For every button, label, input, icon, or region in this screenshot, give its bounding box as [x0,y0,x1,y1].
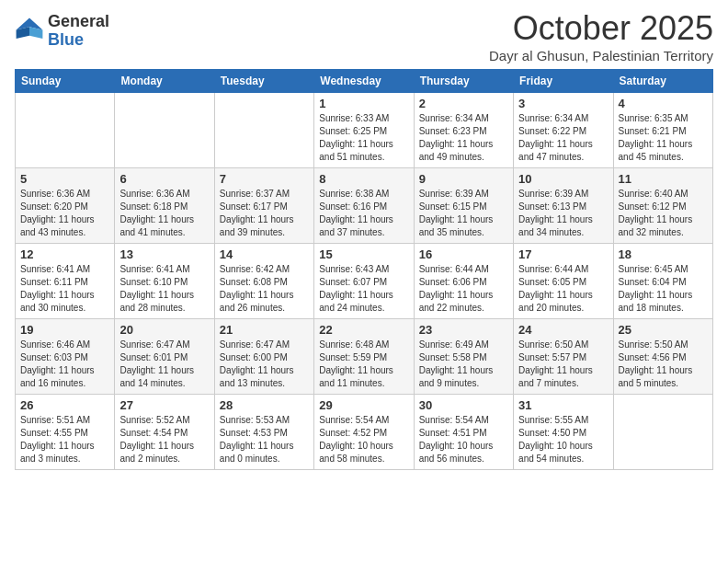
calendar-cell: 21Sunrise: 6:47 AM Sunset: 6:00 PM Dayli… [214,319,313,395]
day-info: Sunrise: 6:33 AM Sunset: 6:25 PM Dayligh… [319,112,408,164]
day-info: Sunrise: 6:49 AM Sunset: 5:58 PM Dayligh… [419,339,508,390]
day-number: 10 [518,172,608,186]
weekday-header-thursday: Thursday [414,70,513,93]
day-info: Sunrise: 6:41 AM Sunset: 6:11 PM Dayligh… [20,263,109,315]
day-number: 5 [20,172,109,186]
day-number: 24 [518,323,608,337]
day-number: 16 [419,247,508,261]
calendar-cell: 4Sunrise: 6:35 AM Sunset: 6:21 PM Daylig… [613,93,712,168]
calendar-week-1: 1Sunrise: 6:33 AM Sunset: 6:25 PM Daylig… [16,93,713,168]
day-info: Sunrise: 6:41 AM Sunset: 6:10 PM Dayligh… [119,263,209,315]
title-block: October 2025 Dayr al Ghusun, Palestinian… [489,9,713,63]
day-info: Sunrise: 6:47 AM Sunset: 6:00 PM Dayligh… [220,339,309,390]
day-info: Sunrise: 5:50 AM Sunset: 4:56 PM Dayligh… [619,339,708,390]
day-number: 15 [319,247,408,261]
day-info: Sunrise: 6:38 AM Sunset: 6:16 PM Dayligh… [319,188,408,239]
calendar-cell: 5Sunrise: 6:36 AM Sunset: 6:20 PM Daylig… [16,168,115,244]
day-info: Sunrise: 6:36 AM Sunset: 6:20 PM Dayligh… [20,188,109,239]
page-header: General Blue October 2025 Dayr al Ghusun… [15,9,713,63]
day-info: Sunrise: 6:35 AM Sunset: 6:21 PM Dayligh… [619,112,708,164]
day-number: 20 [119,323,209,337]
calendar-cell [613,395,712,470]
day-info: Sunrise: 5:52 AM Sunset: 4:54 PM Dayligh… [119,414,209,465]
weekday-header-saturday: Saturday [613,70,712,93]
day-info: Sunrise: 5:54 AM Sunset: 4:51 PM Dayligh… [419,414,508,465]
day-info: Sunrise: 6:46 AM Sunset: 6:03 PM Dayligh… [20,339,109,390]
weekday-header-wednesday: Wednesday [314,70,414,93]
calendar-cell: 9Sunrise: 6:39 AM Sunset: 6:15 PM Daylig… [414,168,513,244]
calendar-week-4: 19Sunrise: 6:46 AM Sunset: 6:03 PM Dayli… [16,319,713,395]
day-info: Sunrise: 6:45 AM Sunset: 6:04 PM Dayligh… [619,263,708,315]
day-info: Sunrise: 6:47 AM Sunset: 6:01 PM Dayligh… [119,339,209,390]
day-number: 25 [619,323,708,337]
day-number: 29 [319,398,408,412]
day-number: 21 [220,323,309,337]
day-number: 8 [319,172,408,186]
day-number: 11 [619,172,708,186]
day-info: Sunrise: 5:51 AM Sunset: 4:55 PM Dayligh… [20,414,109,465]
day-number: 23 [419,323,508,337]
calendar-cell: 8Sunrise: 6:38 AM Sunset: 6:16 PM Daylig… [314,168,414,244]
logo: General Blue [15,13,109,50]
day-info: Sunrise: 6:34 AM Sunset: 6:22 PM Dayligh… [518,112,608,164]
day-number: 14 [220,247,309,261]
day-info: Sunrise: 5:54 AM Sunset: 4:52 PM Dayligh… [319,414,408,465]
day-info: Sunrise: 6:44 AM Sunset: 6:06 PM Dayligh… [419,263,508,315]
logo-icon [15,17,44,46]
calendar-cell: 22Sunrise: 6:48 AM Sunset: 5:59 PM Dayli… [314,319,414,395]
day-number: 1 [319,97,408,110]
day-number: 2 [419,97,508,110]
calendar-cell: 28Sunrise: 5:53 AM Sunset: 4:53 PM Dayli… [214,395,313,470]
day-info: Sunrise: 6:43 AM Sunset: 6:07 PM Dayligh… [319,263,408,315]
day-number: 19 [20,323,109,337]
weekday-header-tuesday: Tuesday [214,70,313,93]
weekday-header-friday: Friday [514,70,613,93]
day-number: 4 [619,97,708,110]
day-number: 30 [419,398,508,412]
calendar-cell: 7Sunrise: 6:37 AM Sunset: 6:17 PM Daylig… [214,168,313,244]
logo-text: General Blue [48,13,109,50]
day-number: 7 [220,172,309,186]
calendar-cell [214,93,313,168]
calendar-cell: 18Sunrise: 6:45 AM Sunset: 6:04 PM Dayli… [613,244,712,319]
calendar-cell: 23Sunrise: 6:49 AM Sunset: 5:58 PM Dayli… [414,319,513,395]
weekday-header-monday: Monday [115,70,214,93]
day-info: Sunrise: 6:40 AM Sunset: 6:12 PM Dayligh… [619,188,708,239]
day-number: 13 [119,247,209,261]
day-number: 18 [619,247,708,261]
month-title: October 2025 [489,9,713,48]
day-number: 31 [518,398,608,412]
calendar-cell: 19Sunrise: 6:46 AM Sunset: 6:03 PM Dayli… [16,319,115,395]
calendar-cell: 29Sunrise: 5:54 AM Sunset: 4:52 PM Dayli… [314,395,414,470]
location-subtitle: Dayr al Ghusun, Palestinian Territory [489,48,713,63]
day-info: Sunrise: 6:42 AM Sunset: 6:08 PM Dayligh… [220,263,309,315]
day-info: Sunrise: 5:55 AM Sunset: 4:50 PM Dayligh… [518,414,608,465]
calendar-cell: 2Sunrise: 6:34 AM Sunset: 6:23 PM Daylig… [414,93,513,168]
day-number: 12 [20,247,109,261]
logo-blue-text: Blue [48,31,109,50]
calendar-cell: 16Sunrise: 6:44 AM Sunset: 6:06 PM Dayli… [414,244,513,319]
logo-general-text: General [48,13,109,31]
day-number: 17 [518,247,608,261]
calendar-cell: 6Sunrise: 6:36 AM Sunset: 6:18 PM Daylig… [115,168,214,244]
calendar-cell: 3Sunrise: 6:34 AM Sunset: 6:22 PM Daylig… [514,93,613,168]
day-number: 3 [518,97,608,110]
day-info: Sunrise: 6:39 AM Sunset: 6:15 PM Dayligh… [419,188,508,239]
calendar-cell [16,93,115,168]
weekday-header-sunday: Sunday [16,70,115,93]
day-info: Sunrise: 6:39 AM Sunset: 6:13 PM Dayligh… [518,188,608,239]
calendar-cell: 26Sunrise: 5:51 AM Sunset: 4:55 PM Dayli… [16,395,115,470]
calendar-cell: 10Sunrise: 6:39 AM Sunset: 6:13 PM Dayli… [514,168,613,244]
day-info: Sunrise: 5:53 AM Sunset: 4:53 PM Dayligh… [220,414,309,465]
day-info: Sunrise: 6:48 AM Sunset: 5:59 PM Dayligh… [319,339,408,390]
calendar-cell: 13Sunrise: 6:41 AM Sunset: 6:10 PM Dayli… [115,244,214,319]
day-number: 22 [319,323,408,337]
calendar-cell: 12Sunrise: 6:41 AM Sunset: 6:11 PM Dayli… [16,244,115,319]
day-info: Sunrise: 6:44 AM Sunset: 6:05 PM Dayligh… [518,263,608,315]
calendar-table: SundayMondayTuesdayWednesdayThursdayFrid… [15,69,713,470]
calendar-cell: 31Sunrise: 5:55 AM Sunset: 4:50 PM Dayli… [514,395,613,470]
calendar-cell: 24Sunrise: 6:50 AM Sunset: 5:57 PM Dayli… [514,319,613,395]
calendar-week-5: 26Sunrise: 5:51 AM Sunset: 4:55 PM Dayli… [16,395,713,470]
calendar-week-3: 12Sunrise: 6:41 AM Sunset: 6:11 PM Dayli… [16,244,713,319]
calendar-header-row: SundayMondayTuesdayWednesdayThursdayFrid… [16,70,713,93]
